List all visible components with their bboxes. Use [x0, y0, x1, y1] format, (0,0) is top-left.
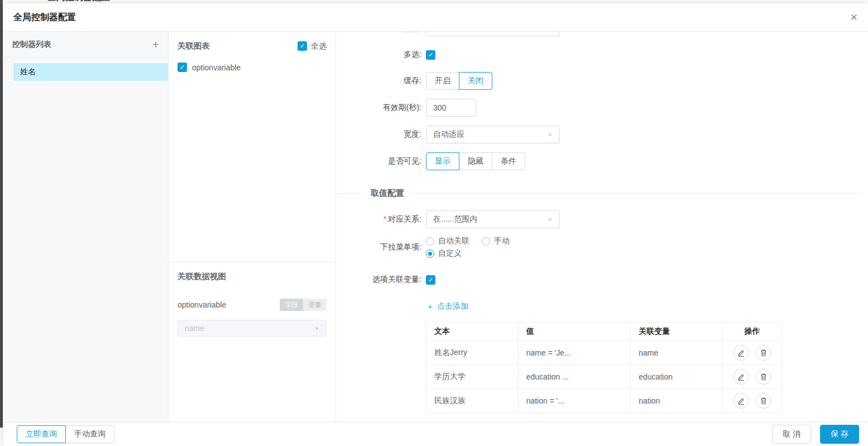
row-width: 宽度: 自动适应 ∨: [336, 126, 560, 143]
chevron-down-icon: ∨: [548, 216, 553, 222]
chart-item-checkbox[interactable]: ✓: [178, 63, 187, 72]
delete-button[interactable]: [756, 369, 771, 385]
global-controller-config-dialog: 全局控制器配置 ✕ 控制器列表 + 姓名 关联图表 ✓ 全选: [3, 3, 868, 446]
add-option-link[interactable]: ＋ 点击添加: [426, 301, 468, 312]
controller-list-title: 控制器列表: [12, 40, 51, 50]
width-label: 宽度:: [336, 130, 421, 140]
chevron-down-icon: ∨: [314, 325, 319, 331]
table-header-row: 文本 值 关联变量 操作: [426, 323, 782, 341]
multi-select-checkbox[interactable]: ✓: [426, 50, 435, 60]
chart-item-label: optionvariable: [192, 63, 241, 72]
col-header-actions: 操作: [723, 323, 782, 341]
visibility-condition-button[interactable]: 条件: [492, 152, 525, 170]
radio-manual[interactable]: 手动: [482, 236, 510, 246]
options-table: 文本 值 关联变量 操作 姓名Jerry name = 'Je... name: [426, 322, 782, 413]
row-multi-select: 多选: ✓: [336, 46, 435, 64]
cell-value: name = 'Je...: [518, 341, 631, 365]
delete-button[interactable]: [756, 393, 771, 409]
trash-icon: [760, 373, 768, 381]
field-select-disabled[interactable]: name ∨: [178, 320, 327, 337]
col-header-variable: 关联变量: [631, 323, 723, 341]
chart-item-optionvariable[interactable]: ✓ optionvariable: [178, 63, 327, 72]
trash-icon: [760, 349, 768, 357]
cache-on-button[interactable]: 开启: [426, 72, 459, 90]
radio-custom[interactable]: 自定义: [426, 248, 462, 258]
cell-variable: name: [631, 341, 723, 365]
width-select-value: 自动适应: [433, 130, 464, 140]
toggle-field-chip[interactable]: 字段: [280, 299, 303, 311]
row-option-variable: 选项关联变量: ✓: [336, 274, 435, 285]
validity-label: 有效期(秒):: [336, 103, 421, 113]
select-all-checkbox[interactable]: ✓: [298, 41, 307, 51]
col-header-text: 文本: [426, 323, 519, 341]
clipped-top-input[interactable]: [426, 32, 560, 36]
edit-button[interactable]: [733, 369, 749, 385]
save-button[interactable]: 保 存: [820, 425, 859, 444]
menu-items-label: 下拉菜单项:: [336, 242, 421, 252]
toggle-variable-chip[interactable]: 变量: [303, 299, 327, 311]
row-cache: 缓存: 开启 关闭: [336, 72, 492, 90]
dialog-footer: 立即查询 手动查询 取 消 保 存: [3, 422, 868, 446]
value-config-divider: 取值配置: [336, 188, 859, 199]
row-relation: *对应关系: 在......范围内 ∨: [336, 210, 560, 228]
cell-variable: education: [631, 365, 723, 389]
visibility-toggle-group: 显示 隐藏 条件: [426, 152, 525, 170]
edit-button[interactable]: [733, 345, 749, 361]
close-icon[interactable]: ✕: [850, 13, 858, 22]
radio-icon[interactable]: [482, 237, 490, 246]
dialog-header: 全局控制器配置 ✕: [3, 3, 868, 32]
cell-text: 姓名Jerry: [426, 341, 519, 365]
dialog-title: 全局控制器配置: [13, 12, 76, 23]
radio-icon[interactable]: [426, 237, 434, 246]
query-now-button[interactable]: 立即查询: [17, 425, 66, 443]
width-select[interactable]: 自动适应 ∨: [426, 126, 560, 143]
linked-dataview-title: 关联数据视图: [178, 271, 327, 282]
pencil-icon: [737, 349, 745, 357]
cell-text: 学历大学: [426, 365, 519, 389]
radio-selected-icon[interactable]: [426, 250, 434, 258]
cancel-button[interactable]: 取 消: [772, 425, 811, 444]
select-all-control[interactable]: ✓ 全选: [298, 41, 327, 51]
option-variable-checkbox[interactable]: ✓: [426, 275, 435, 285]
dialog-body: 控制器列表 + 姓名 关联图表 ✓ 全选 ✓ optionvariable: [3, 32, 868, 422]
query-manual-button[interactable]: 手动查询: [65, 425, 114, 443]
table-row: 民族汉族 nation = '... nation: [426, 389, 782, 413]
pencil-icon: [737, 397, 745, 405]
pencil-icon: [737, 373, 745, 381]
controller-form-panel: 多选: ✓ 缓存: 开启 关闭 有效期(秒): 宽度: 自动适应: [336, 32, 868, 422]
linked-dataview-section: 关联数据视图 optionvariable 字段 变量 name ∨: [169, 262, 335, 422]
multi-select-label: 多选:: [336, 50, 421, 60]
query-mode-group: 立即查询 手动查询: [17, 425, 114, 443]
row-menu-items: 下拉菜单项: 自动关联 手动: [336, 235, 510, 260]
controller-list-item-selected[interactable]: 姓名: [13, 63, 168, 81]
row-visibility: 是否可见: 显示 隐藏 条件: [336, 152, 525, 170]
relation-select[interactable]: 在......范围内 ∨: [426, 210, 560, 228]
cache-off-button[interactable]: 关闭: [459, 72, 492, 90]
delete-button[interactable]: [756, 345, 771, 361]
linked-charts-section: 关联图表 ✓ 全选 ✓ optionvariable: [169, 32, 335, 262]
cache-label: 缓存:: [336, 76, 421, 86]
cell-variable: nation: [631, 389, 723, 413]
controller-list-panel: 控制器列表 + 姓名: [3, 32, 169, 422]
cell-value: education ...: [518, 365, 631, 389]
field-variable-toggle: 字段 变量: [280, 299, 327, 311]
cell-text: 民族汉族: [426, 389, 519, 413]
validity-input[interactable]: [426, 99, 476, 117]
dataset-name: optionvariable: [178, 300, 226, 309]
field-select-value: name: [185, 324, 204, 333]
edit-button[interactable]: [733, 393, 749, 409]
linked-charts-title: 关联图表: [178, 41, 210, 51]
radio-auto-link[interactable]: 自动关联: [426, 236, 469, 246]
cell-value: nation = '...: [518, 389, 631, 413]
relation-label: *对应关系:: [336, 214, 421, 224]
controller-list-header: 控制器列表 +: [3, 32, 168, 57]
relation-select-value: 在......范围内: [433, 214, 477, 224]
visibility-hide-button[interactable]: 隐藏: [459, 152, 492, 170]
required-mark: *: [383, 214, 386, 223]
visibility-show-button[interactable]: 显示: [426, 152, 459, 170]
add-controller-icon[interactable]: +: [152, 39, 159, 50]
value-config-title: 取值配置: [371, 188, 404, 199]
chevron-down-icon: ∨: [548, 131, 553, 137]
visibility-label: 是否可见:: [336, 156, 421, 166]
row-add-link: ＋ 点击添加: [336, 301, 468, 312]
